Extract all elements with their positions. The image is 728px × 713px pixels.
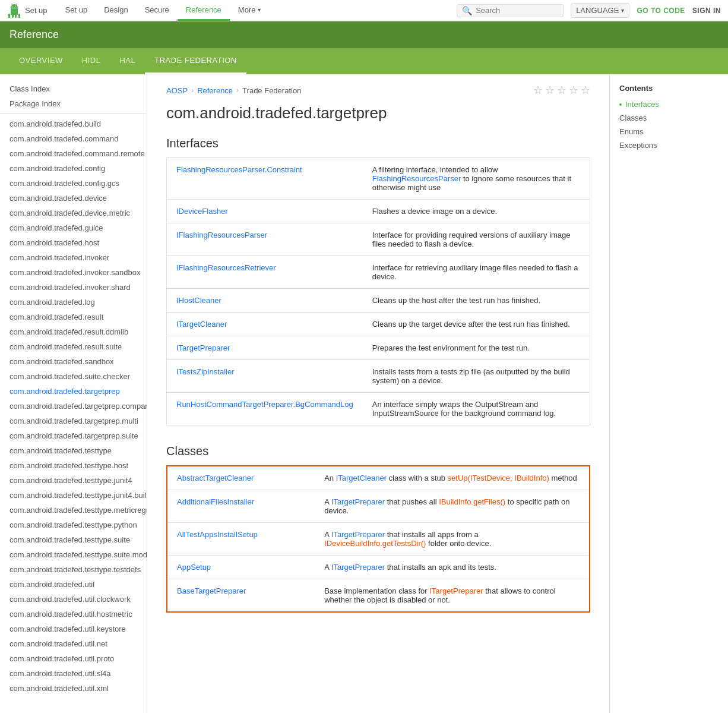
- sidebar-item-10[interactable]: com.android.tradefed.host: [0, 235, 147, 250]
- itargetcleaner-link-0[interactable]: ITargetCleaner: [336, 474, 387, 482]
- sidebar-item-16[interactable]: com.android.tradefed.result.ddmlib: [0, 324, 147, 339]
- interface-link-0[interactable]: FlashingResourcesParser.Constraint: [176, 165, 302, 174]
- language-button[interactable]: LANGUAGE ▾: [571, 3, 629, 18]
- sidebar-item-5[interactable]: com.android.tradefed.config: [0, 161, 147, 176]
- sidebar-item-29[interactable]: com.android.tradefed.testtype.python: [0, 518, 147, 532]
- nav-hidl[interactable]: HIDL: [72, 48, 110, 74]
- android-logo-icon: [7, 4, 21, 18]
- breadcrumb-reference[interactable]: Reference: [197, 86, 233, 95]
- table-row: ITargetCleaner Cleans up the target devi…: [167, 313, 590, 336]
- sidebar-item-3[interactable]: com.android.tradefed.command: [0, 131, 147, 146]
- sidebar-item-24[interactable]: com.android.tradefed.testtype: [0, 443, 147, 458]
- sidebar-item-40[interactable]: com.android.tradefed.util.xml: [0, 681, 147, 696]
- setup-link-0[interactable]: setUp(ITestDevice, IBuildInfo): [448, 474, 549, 482]
- star-2[interactable]: ☆: [545, 84, 555, 97]
- sidebar-item-18[interactable]: com.android.tradefed.sandbox: [0, 354, 147, 369]
- sidebar-item-31[interactable]: com.android.tradefed.testtype.suite.modu…: [0, 547, 147, 562]
- interface-link-1[interactable]: IDeviceFlasher: [176, 207, 228, 216]
- sidebar-divider: [0, 113, 147, 114]
- toc-enums[interactable]: Enums: [610, 125, 728, 138]
- toc-exceptions[interactable]: Exceptions: [610, 138, 728, 152]
- nav-trade-federation[interactable]: TRADE FEDERATION: [145, 48, 246, 74]
- sidebar-item-17[interactable]: com.android.tradefed.result.suite: [0, 339, 147, 354]
- class-link-1[interactable]: AdditionalFilesInstaller: [177, 497, 254, 506]
- nav-secure[interactable]: Secure: [137, 0, 178, 21]
- class-link-4[interactable]: BaseTargetPreparer: [177, 586, 246, 595]
- sidebar-item-22[interactable]: com.android.tradefed.targetprep.multi: [0, 414, 147, 428]
- source-label: Set up: [25, 6, 48, 15]
- table-row: ITargetPreparer Prepares the test enviro…: [167, 336, 590, 360]
- go-to-code-button[interactable]: GO TO CODE: [637, 7, 685, 15]
- sidebar-item-36[interactable]: com.android.tradefed.util.keystore: [0, 621, 147, 636]
- interface-link-7[interactable]: ITestsZipInstaller: [176, 367, 235, 376]
- sidebar-item-7[interactable]: com.android.tradefed.device: [0, 191, 147, 206]
- interface-link-6[interactable]: ITargetPreparer: [176, 343, 230, 352]
- sidebar-item-34[interactable]: com.android.tradefed.util.clockwork: [0, 592, 147, 607]
- search-input[interactable]: [476, 6, 575, 15]
- sidebar-item-25[interactable]: com.android.tradefed.testtype.host: [0, 458, 147, 473]
- sidebar-item-4[interactable]: com.android.tradefed.command.remote: [0, 146, 147, 161]
- interface-desc-3: Interface for retrieving auxiliary image…: [363, 256, 590, 289]
- class-link-0[interactable]: AbstractTargetCleaner: [177, 474, 254, 482]
- interface-link-8[interactable]: RunHostCommandTargetPreparer.BgCommandLo…: [176, 400, 353, 409]
- star-rating[interactable]: ☆ ☆ ☆ ☆ ☆: [533, 84, 590, 97]
- sidebar-item-11[interactable]: com.android.tradefed.invoker: [0, 250, 147, 265]
- sidebar-item-35[interactable]: com.android.tradefed.util.hostmetric: [0, 607, 147, 621]
- sidebar-item-21[interactable]: com.android.tradefed.targetprep.companio…: [0, 399, 147, 414]
- sidebar-item-6[interactable]: com.android.tradefed.config.gcs: [0, 176, 147, 191]
- ibuildinfo-link-1[interactable]: IBuildInfo.getFiles(): [439, 497, 505, 506]
- interface-link-3[interactable]: IFlashingResourcesRetriever: [176, 263, 276, 272]
- sidebar-item-19[interactable]: com.android.tradefed.suite.checker: [0, 369, 147, 384]
- sidebar-item-33[interactable]: com.android.tradefed.util: [0, 577, 147, 592]
- star-5[interactable]: ☆: [581, 84, 590, 97]
- sidebar-item-27[interactable]: com.android.tradefed.testtype.junit4.bui…: [0, 488, 147, 503]
- itargetpreparer-link-3[interactable]: ITargetPreparer: [331, 563, 385, 572]
- sidebar-item-13[interactable]: com.android.tradefed.invoker.shard: [0, 280, 147, 295]
- toc-classes[interactable]: Classes: [610, 111, 728, 125]
- site-logo[interactable]: Set up: [7, 4, 48, 18]
- class-link-3[interactable]: AppSetup: [177, 563, 211, 572]
- sidebar-item-package-index[interactable]: Package Index: [0, 96, 147, 111]
- class-desc-1: A ITargetPreparer that pushes all IBuild…: [315, 490, 590, 523]
- sidebar-item-37[interactable]: com.android.tradefed.util.net: [0, 636, 147, 651]
- class-link-2[interactable]: AllTestAppsInstallSetup: [177, 530, 258, 539]
- nav-overview[interactable]: OVERVIEW: [10, 48, 72, 74]
- nav-reference[interactable]: Reference: [178, 0, 230, 21]
- breadcrumb-aosp[interactable]: AOSP: [166, 86, 188, 95]
- interface-link-2[interactable]: IFlashingResourcesParser: [176, 231, 267, 239]
- nav-design[interactable]: Design: [96, 0, 136, 21]
- sidebar-item-32[interactable]: com.android.tradefed.testtype.testdefs: [0, 562, 147, 577]
- search-box[interactable]: 🔍: [457, 4, 564, 17]
- star-3[interactable]: ☆: [557, 84, 566, 97]
- interface-link-5[interactable]: ITargetCleaner: [176, 320, 227, 329]
- sidebar-item-39[interactable]: com.android.tradefed.util.sl4a: [0, 666, 147, 681]
- interface-link-4[interactable]: IHostCleaner: [176, 296, 221, 305]
- idevicebuildinfo-link-2[interactable]: IDeviceBuildInfo.getTestsDir(): [324, 539, 426, 548]
- sidebar-item-26[interactable]: com.android.tradefed.testtype.junit4: [0, 473, 147, 488]
- sidebar-item-9[interactable]: com.android.tradefed.guice: [0, 220, 147, 235]
- sidebar-item-14[interactable]: com.android.tradefed.log: [0, 295, 147, 310]
- table-row: IDeviceFlasher Flashes a device image on…: [167, 200, 590, 223]
- itargetpreparer-link-2[interactable]: ITargetPreparer: [331, 530, 385, 539]
- toc-indicator: [619, 103, 622, 106]
- nav-hal[interactable]: HAL: [110, 48, 145, 74]
- sign-in-button[interactable]: SIGN IN: [692, 7, 721, 15]
- sidebar-item-15[interactable]: com.android.tradefed.result: [0, 310, 147, 324]
- sidebar-item-2[interactable]: com.android.tradefed.build: [0, 116, 147, 131]
- sidebar-item-12[interactable]: com.android.tradefed.invoker.sandbox: [0, 265, 147, 280]
- flashing-resources-parser-link[interactable]: FlashingResourcesParser: [372, 174, 461, 183]
- sidebar-item-28[interactable]: com.android.tradefed.testtype.metricregr…: [0, 503, 147, 518]
- itargetpreparer-link-4[interactable]: ITargetPreparer: [429, 586, 483, 595]
- sidebar-item-38[interactable]: com.android.tradefed.util.proto: [0, 651, 147, 666]
- star-1[interactable]: ☆: [533, 84, 543, 97]
- sidebar-item-30[interactable]: com.android.tradefed.testtype.suite: [0, 532, 147, 547]
- toc-interfaces[interactable]: Interfaces: [610, 97, 728, 111]
- nav-setup[interactable]: Set up: [57, 0, 96, 21]
- sidebar-item-class-index[interactable]: Class Index: [0, 81, 147, 96]
- nav-more[interactable]: More ▾: [230, 0, 270, 21]
- sidebar-item-8[interactable]: com.android.tradefed.device.metric: [0, 206, 147, 220]
- sidebar-item-23[interactable]: com.android.tradefed.targetprep.suite: [0, 428, 147, 443]
- sidebar-item-targetprep[interactable]: com.android.tradefed.targetprep: [0, 384, 147, 399]
- star-4[interactable]: ☆: [569, 84, 578, 97]
- itargetpreparer-link-1[interactable]: ITargetPreparer: [331, 497, 385, 506]
